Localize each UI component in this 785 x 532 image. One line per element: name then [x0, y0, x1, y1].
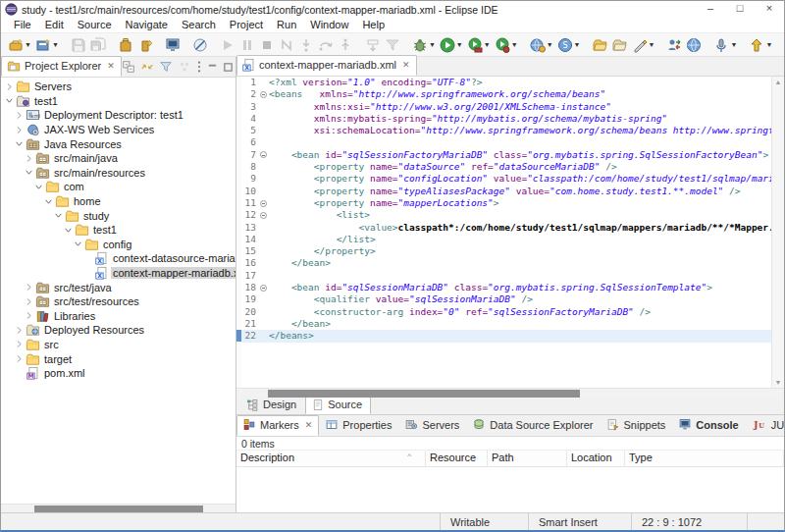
- resume-button[interactable]: [218, 36, 237, 54]
- tree-item-src[interactable]: src: [1, 338, 236, 352]
- terminate-button[interactable]: [257, 36, 277, 54]
- code-line-14[interactable]: 14 </list>: [241, 234, 771, 245]
- code-line-1[interactable]: 1<?xml version="1.0" encoding="UTF-8"?>: [241, 77, 771, 88]
- tree-item-jax-ws-web-services[interactable]: JAX-WS Web Services: [1, 123, 236, 137]
- column-header-resource[interactable]: Resource: [426, 451, 488, 466]
- tree-item-test1[interactable]: test1: [1, 223, 236, 238]
- step-into-button[interactable]: [296, 36, 316, 54]
- chevron-down-icon[interactable]: [43, 197, 54, 206]
- maximize-button[interactable]: □: [725, 1, 755, 18]
- chevron-down-icon[interactable]: [53, 211, 64, 220]
- column-header-type[interactable]: Type: [625, 451, 784, 466]
- menu-source[interactable]: Source: [71, 18, 119, 32]
- column-header-path[interactable]: Path: [488, 451, 567, 466]
- editor-tab[interactable]: X context-mapper-mariadb.xml ✕: [236, 55, 417, 76]
- minimize-button[interactable]: –: [696, 1, 725, 18]
- code-line-20[interactable]: 20 <constructor-arg index="0" ref="sqlSe…: [241, 306, 771, 318]
- tree-item-src-main-java[interactable]: src/main/java: [1, 151, 236, 166]
- chevron-down-icon[interactable]: [4, 96, 15, 105]
- link-with-editor-button[interactable]: [140, 60, 154, 74]
- chevron-right-icon[interactable]: [4, 82, 15, 91]
- dropdown-caret-icon[interactable]: ▼: [484, 41, 491, 48]
- tab-junit[interactable]: JUJUnit: [746, 415, 785, 436]
- tree-item-src-main-resources[interactable]: src/main/resources: [1, 166, 236, 181]
- minimize-view-button[interactable]: [207, 62, 218, 73]
- fold-marker-icon[interactable]: [258, 197, 269, 209]
- step-over-button[interactable]: [316, 36, 336, 54]
- editor-vscrollbar[interactable]: ▲ ▼: [771, 77, 784, 388]
- disconnect-button[interactable]: [277, 36, 296, 54]
- editor-hscrollbar[interactable]: [236, 388, 784, 398]
- scroll-down-icon[interactable]: ▼: [775, 379, 782, 386]
- new-wizard-button[interactable]: ▼: [6, 36, 33, 54]
- code-line-2[interactable]: 2<beans xmlns="http://www.springframewor…: [241, 88, 771, 100]
- chevron-right-icon[interactable]: [24, 154, 34, 163]
- open-type-button[interactable]: [591, 36, 610, 54]
- update-jar-button[interactable]: [135, 36, 155, 54]
- chevron-right-icon[interactable]: [14, 111, 25, 120]
- chevron-right-icon[interactable]: [14, 126, 25, 134]
- menu-project[interactable]: Project: [223, 18, 270, 32]
- scroll-up-icon[interactable]: ▲: [775, 79, 782, 85]
- tab-data-source-explorer[interactable]: Data Source Explorer: [466, 415, 600, 436]
- dropdown-caret-icon[interactable]: ▼: [574, 41, 581, 48]
- dropdown-caret-icon[interactable]: ▼: [429, 41, 436, 48]
- xml-editor[interactable]: 1<?xml version="1.0" encoding="UTF-8"?>2…: [236, 77, 784, 388]
- dropdown-caret-icon[interactable]: ▼: [730, 41, 737, 48]
- debug-button[interactable]: ▼: [410, 36, 438, 54]
- editor-content[interactable]: 1<?xml version="1.0" encoding="UTF-8"?>2…: [241, 77, 771, 388]
- record-button[interactable]: ▼: [711, 36, 739, 54]
- chevron-right-icon[interactable]: [24, 283, 34, 292]
- tree-item-deployment-descriptor-test1[interactable]: xmlDeployment Descriptor: test1: [1, 108, 236, 123]
- dropdown-caret-icon[interactable]: ▼: [25, 41, 31, 48]
- dropdown-caret-icon[interactable]: ▼: [547, 41, 553, 48]
- code-line-5[interactable]: 5 xsi:schemaLocation="http://www.springf…: [241, 125, 771, 136]
- build-jar-button[interactable]: [116, 36, 135, 54]
- code-line-13[interactable]: 13 <value>classpath*:/com/home/study/tes…: [241, 222, 771, 234]
- fold-marker-icon[interactable]: [258, 88, 269, 100]
- editor-tab-close-icon[interactable]: ✕: [402, 60, 410, 70]
- mark-occurrences-button[interactable]: ▼: [630, 36, 657, 54]
- chevron-down-icon[interactable]: [73, 239, 83, 248]
- tree-item-servers[interactable]: Servers: [1, 80, 236, 94]
- tree-item-deployed-resources[interactable]: Deployed Resources: [1, 323, 236, 338]
- dropdown-caret-icon[interactable]: ▼: [511, 41, 518, 48]
- code-line-16[interactable]: 16 </bean>: [241, 257, 771, 269]
- new-web-service-button[interactable]: ▼: [528, 36, 555, 54]
- chevron-down-icon[interactable]: [14, 139, 25, 148]
- close-button[interactable]: ×: [755, 1, 784, 18]
- chevron-right-icon[interactable]: [14, 354, 25, 363]
- new-console-button[interactable]: [163, 36, 183, 54]
- fold-marker-icon[interactable]: [258, 282, 269, 293]
- hscroll-thumb[interactable]: [34, 505, 203, 512]
- close-view-icon[interactable]: ✕: [107, 61, 115, 71]
- maximize-view-button[interactable]: [223, 62, 234, 73]
- chevron-down-icon[interactable]: [63, 226, 74, 235]
- menu-search[interactable]: Search: [175, 18, 223, 32]
- fold-marker-icon[interactable]: [258, 209, 269, 221]
- tree-item-src-test-java[interactable]: src/test/java: [1, 280, 236, 294]
- tree-item-libraries[interactable]: Libraries: [1, 309, 236, 324]
- code-line-17[interactable]: 17: [241, 270, 771, 282]
- tree-item-study[interactable]: study: [1, 208, 236, 223]
- code-line-4[interactable]: 4 xmlns:mybatis-spring="http://mybatis.o…: [241, 113, 771, 125]
- save-all-button[interactable]: [88, 36, 108, 54]
- project-tree-hscrollbar[interactable]: [1, 504, 236, 512]
- fold-marker-icon[interactable]: [258, 149, 269, 161]
- chevron-down-icon[interactable]: [24, 168, 34, 177]
- code-line-22[interactable]: 22</beans>: [241, 330, 771, 342]
- menu-run[interactable]: Run: [270, 18, 303, 32]
- code-line-19[interactable]: 19 <qualifier value="sqlSessionMariaDB" …: [241, 293, 771, 305]
- code-line-10[interactable]: 10 <property name="typeAliasesPackage" v…: [241, 186, 771, 197]
- tab-design[interactable]: Design: [238, 397, 305, 414]
- dropdown-caret-icon[interactable]: ▼: [52, 41, 59, 48]
- view-layout-button[interactable]: [178, 60, 191, 74]
- run-button[interactable]: ▼: [438, 36, 465, 54]
- code-line-12[interactable]: 12 <list>: [241, 209, 771, 221]
- code-line-18[interactable]: 18 <bean id="sqlSessionMariaDB" class="o…: [241, 282, 771, 293]
- tree-item-context-datasource-mariadb-xn[interactable]: Xcontext-datasource-mariadb.xn: [1, 251, 236, 266]
- use-step-filters-button[interactable]: [383, 36, 402, 54]
- status-insert-mode[interactable]: Smart Insert: [528, 513, 631, 530]
- drop-to-frame-button[interactable]: [363, 36, 383, 54]
- tree-item-com[interactable]: com: [1, 180, 236, 194]
